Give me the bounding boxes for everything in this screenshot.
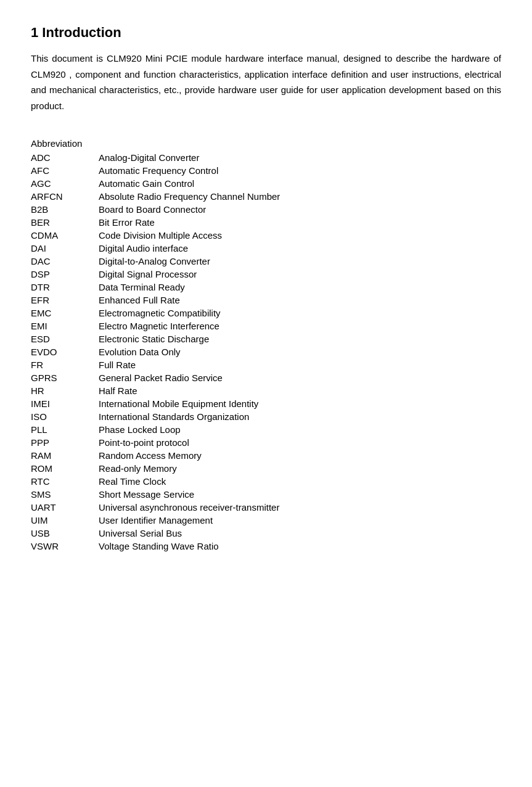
- abbrev-code: EVDO: [31, 345, 86, 358]
- table-row: ADCAnalog-Digital Converter: [31, 151, 501, 164]
- abbrev-code: DAC: [31, 255, 86, 268]
- table-row: RAMRandom Access Memory: [31, 449, 501, 462]
- table-row: USBUniversal Serial Bus: [31, 527, 501, 540]
- table-row: PPPPoint-to-point protocol: [31, 436, 501, 449]
- abbrev-definition: Digital Audio interface: [86, 242, 501, 255]
- abbrev-definition: Universal Serial Bus: [86, 527, 501, 540]
- table-row: AGCAutomatic Gain Control: [31, 177, 501, 190]
- abbrev-definition: Phase Locked Loop: [86, 423, 501, 436]
- abbrev-code: B2B: [31, 203, 86, 216]
- table-row: DTRData Terminal Ready: [31, 281, 501, 294]
- table-row: GPRSGeneral Packet Radio Service: [31, 371, 501, 384]
- table-row: ESDElectronic Static Discharge: [31, 332, 501, 345]
- abbrev-code: PLL: [31, 423, 86, 436]
- table-row: SMSShort Message Service: [31, 488, 501, 501]
- abbrev-code: EMC: [31, 307, 86, 319]
- abbrev-definition: Full Rate: [86, 358, 501, 371]
- abbrev-code: AGC: [31, 177, 86, 190]
- abbrev-code: DSP: [31, 268, 86, 281]
- abbrev-definition: Electromagnetic Compatibility: [86, 307, 501, 319]
- abbrev-code: EFR: [31, 294, 86, 307]
- table-row: EFREnhanced Full Rate: [31, 294, 501, 307]
- abbrev-definition: Evolution Data Only: [86, 345, 501, 358]
- table-row: VSWRVoltage Standing Wave Ratio: [31, 540, 501, 553]
- abbrev-code: VSWR: [31, 540, 86, 553]
- table-row: AFCAutomatic Frequency Control: [31, 164, 501, 177]
- abbrev-definition: Enhanced Full Rate: [86, 294, 501, 307]
- abbrev-definition: International Standards Organization: [86, 410, 501, 423]
- table-row: ROMRead-only Memory: [31, 462, 501, 475]
- abbrev-definition: Automatic Frequency Control: [86, 164, 501, 177]
- abbrev-code: EMI: [31, 319, 86, 332]
- abbreviation-table: ADCAnalog-Digital ConverterAFCAutomatic …: [31, 151, 501, 553]
- page-title: 1 Introduction: [31, 25, 501, 41]
- abbrev-definition: Data Terminal Ready: [86, 281, 501, 294]
- abbrev-definition: Point-to-point protocol: [86, 436, 501, 449]
- table-row: FRFull Rate: [31, 358, 501, 371]
- abbrev-definition: Real Time Clock: [86, 475, 501, 488]
- abbrev-definition: Short Message Service: [86, 488, 501, 501]
- abbrev-code: RTC: [31, 475, 86, 488]
- abbrev-definition: Absolute Radio Frequency Channel Number: [86, 190, 501, 203]
- abbrev-code: CDMA: [31, 229, 86, 242]
- abbrev-definition: User Identifier Management: [86, 514, 501, 527]
- abbreviation-section: Abbreviation ADCAnalog-Digital Converter…: [31, 138, 501, 553]
- abbrev-code: HR: [31, 384, 86, 397]
- abbrev-code: DAI: [31, 242, 86, 255]
- abbrev-code: ISO: [31, 410, 86, 423]
- abbrev-definition: International Mobile Equipment Identity: [86, 397, 501, 410]
- abbrev-definition: Automatic Gain Control: [86, 177, 501, 190]
- table-row: DACDigital-to-Analog Converter: [31, 255, 501, 268]
- abbrev-code: RAM: [31, 449, 86, 462]
- table-row: EVDOEvolution Data Only: [31, 345, 501, 358]
- abbrev-code: USB: [31, 527, 86, 540]
- abbrev-code: ROM: [31, 462, 86, 475]
- abbrev-definition: Random Access Memory: [86, 449, 501, 462]
- abbrev-definition: Electronic Static Discharge: [86, 332, 501, 345]
- table-row: ARFCNAbsolute Radio Frequency Channel Nu…: [31, 190, 501, 203]
- table-row: DSPDigital Signal Processor: [31, 268, 501, 281]
- abbrev-code: IMEI: [31, 397, 86, 410]
- table-row: UARTUniversal asynchronous receiver-tran…: [31, 501, 501, 514]
- table-row: BERBit Error Rate: [31, 216, 501, 229]
- abbrev-definition: Digital-to-Analog Converter: [86, 255, 501, 268]
- table-row: ISOInternational Standards Organization: [31, 410, 501, 423]
- table-row: B2BBoard to Board Connector: [31, 203, 501, 216]
- table-row: IMEIInternational Mobile Equipment Ident…: [31, 397, 501, 410]
- table-row: HRHalf Rate: [31, 384, 501, 397]
- table-row: DAIDigital Audio interface: [31, 242, 501, 255]
- abbrev-definition: Read-only Memory: [86, 462, 501, 475]
- abbrev-code: SMS: [31, 488, 86, 501]
- table-row: EMIElectro Magnetic Interference: [31, 319, 501, 332]
- abbrev-definition: Voltage Standing Wave Ratio: [86, 540, 501, 553]
- abbrev-definition: Half Rate: [86, 384, 501, 397]
- abbrev-code: ESD: [31, 332, 86, 345]
- abbrev-definition: Bit Error Rate: [86, 216, 501, 229]
- abbrev-code: BER: [31, 216, 86, 229]
- intro-paragraph: This document is CLM920 Mini PCIE module…: [31, 51, 501, 113]
- abbrev-code: GPRS: [31, 371, 86, 384]
- abbreviation-header: Abbreviation: [31, 138, 501, 149]
- abbrev-definition: Universal asynchronous receiver-transmit…: [86, 501, 501, 514]
- abbrev-code: AFC: [31, 164, 86, 177]
- abbrev-definition: Electro Magnetic Interference: [86, 319, 501, 332]
- abbrev-code: FR: [31, 358, 86, 371]
- table-row: UIMUser Identifier Management: [31, 514, 501, 527]
- abbrev-code: ARFCN: [31, 190, 86, 203]
- abbrev-definition: General Packet Radio Service: [86, 371, 501, 384]
- abbrev-code: UART: [31, 501, 86, 514]
- abbrev-code: UIM: [31, 514, 86, 527]
- abbrev-code: PPP: [31, 436, 86, 449]
- abbrev-definition: Digital Signal Processor: [86, 268, 501, 281]
- abbrev-code: DTR: [31, 281, 86, 294]
- table-row: CDMACode Division Multiple Access: [31, 229, 501, 242]
- abbrev-definition: Analog-Digital Converter: [86, 151, 501, 164]
- table-row: EMCElectromagnetic Compatibility: [31, 307, 501, 319]
- abbrev-definition: Board to Board Connector: [86, 203, 501, 216]
- table-row: PLLPhase Locked Loop: [31, 423, 501, 436]
- table-row: RTCReal Time Clock: [31, 475, 501, 488]
- abbrev-code: ADC: [31, 151, 86, 164]
- abbrev-definition: Code Division Multiple Access: [86, 229, 501, 242]
